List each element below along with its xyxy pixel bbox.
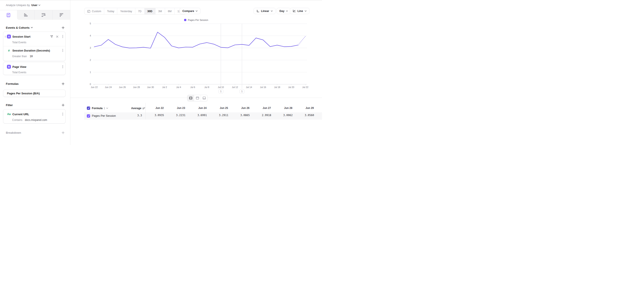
chevron-down-icon	[31, 27, 33, 28]
kebab-menu-icon[interactable]	[61, 35, 65, 39]
table-col-header[interactable]: Jun 29	[299, 107, 320, 110]
table-col-header[interactable]: Jun 23	[170, 107, 192, 110]
row-average-value: 3.3	[101, 114, 142, 117]
y-tick-label: 3	[90, 47, 91, 49]
card-divider	[3, 46, 65, 46]
kebab-menu-icon[interactable]	[61, 65, 65, 69]
event-row-session-start[interactable]: A Session Start	[3, 34, 65, 40]
events-cohorts-title: Events & Cohorts	[6, 26, 30, 29]
property-value[interactable]: 10	[30, 55, 32, 58]
string-property-icon: Aa	[7, 113, 11, 116]
kebab-menu-icon[interactable]	[61, 112, 65, 116]
chevron-down-icon	[38, 5, 40, 6]
table-cell-value: 3.2231	[170, 114, 192, 117]
series-line	[94, 32, 298, 48]
event-measure[interactable]: Total Events	[12, 41, 63, 44]
x-tick-label: Jun 30	[147, 86, 154, 89]
tab-retention[interactable]	[52, 10, 70, 20]
kebab-menu-icon[interactable]	[61, 49, 65, 52]
x-tick-label: Jul 22	[302, 86, 308, 89]
filter-card-current-url: Aa Current URL Contains docs.mixpanel.co…	[3, 109, 66, 123]
tab-flows[interactable]	[34, 10, 52, 20]
table-col-header[interactable]: Jun 26	[235, 107, 256, 110]
filter-row-current-url[interactable]: Aa Current URL	[3, 111, 65, 117]
analyze-by-bar: Analyze Uniques by User	[0, 0, 70, 10]
drag-handle-icon[interactable]	[4, 36, 6, 38]
x-tick-label: Jul 20	[288, 86, 294, 89]
property-name[interactable]: Session Duration (Seconds)	[12, 49, 50, 52]
chart-view-button[interactable]	[194, 95, 201, 101]
x-tick-label: Jul 14	[246, 86, 252, 89]
event-name[interactable]: Session Start	[12, 35, 30, 38]
split-view-button[interactable]	[188, 95, 194, 101]
retention-icon	[59, 13, 64, 17]
numeric-property-icon: #	[7, 49, 11, 52]
property-operator[interactable]: Greater than	[12, 55, 27, 58]
filter-header: Filter	[6, 103, 64, 107]
table-cell-value: 2.9918	[256, 114, 278, 117]
tab-insights[interactable]	[0, 10, 17, 20]
table-cell-value: 3.0062	[278, 114, 299, 117]
table-col-header[interactable]: Jun 27	[256, 107, 278, 110]
insights-report-page: Analyze Uniques by User	[0, 0, 322, 145]
filter-property-name[interactable]: Current URL	[12, 113, 29, 116]
filter-operator[interactable]: Contains	[12, 119, 22, 122]
average-header-label: Average	[131, 107, 141, 110]
tab-funnels[interactable]	[17, 10, 34, 20]
add-event-button[interactable]	[62, 26, 64, 29]
table-cell-value: 3.0865	[235, 114, 256, 117]
event-measure-label: Total Events	[12, 71, 26, 74]
y-tick-label: 0	[90, 83, 91, 85]
table-cell-value: 3.0560	[299, 114, 320, 117]
x-tick-label: Jun 24	[105, 86, 112, 89]
event-measure-label: Total Events	[12, 41, 26, 44]
row-checkbox[interactable]	[87, 114, 90, 118]
table-column-separator	[145, 103, 146, 119]
annotation-badge-label: 1	[220, 90, 222, 93]
filter-title: Filter	[6, 104, 13, 107]
report-type-tabs	[0, 10, 70, 20]
x-tick-label: Jul 12	[232, 86, 238, 89]
x-tick-label: Jul 18	[274, 86, 280, 89]
select-all-checkbox[interactable]	[87, 107, 90, 110]
table-col-header[interactable]: Jun 22	[149, 107, 170, 110]
event-row-page-view[interactable]: B Page View	[3, 64, 65, 70]
flows-icon	[41, 13, 46, 17]
event-measure[interactable]: Total Events	[12, 70, 63, 74]
series-line-projected	[298, 36, 305, 45]
formula-name: Pages Per Session (B/A)	[7, 92, 40, 95]
x-tick-label: Jun 22	[91, 86, 98, 89]
line-chart[interactable]: 012345Jun 22Jun 24Jun 26Jun 28Jun 30Jul …	[70, 0, 322, 102]
analyze-by-value[interactable]: User	[31, 4, 37, 7]
table-cell-value: 3.0935	[149, 114, 170, 117]
view-layout-toggle	[187, 95, 208, 101]
table-view-button[interactable]	[201, 95, 207, 101]
x-tick-label: Jul 16	[260, 86, 266, 89]
events-cohorts-title-wrap[interactable]: Events & Cohorts	[6, 26, 33, 29]
add-breakdown-button[interactable]	[62, 131, 64, 134]
breakdown-title: Breakdown	[6, 131, 21, 134]
table-col-header[interactable]: Jun 24	[192, 107, 213, 110]
bar-chart-icon	[24, 13, 28, 17]
table-col-header[interactable]: Jun 25	[213, 107, 235, 110]
event-card-session-start: A Session Start Total Events # Session D…	[3, 32, 66, 61]
filter-funnel-icon[interactable]	[50, 35, 54, 39]
formula-card[interactable]: Pages Per Session (B/A)	[3, 90, 66, 97]
y-tick-label: 1	[90, 71, 91, 74]
formulas-header: Formulas	[6, 82, 64, 86]
property-condition: Greater than 10	[12, 54, 63, 58]
add-formula-button[interactable]	[62, 82, 64, 85]
event-name[interactable]: Page View	[12, 65, 26, 69]
add-filter-button[interactable]	[62, 104, 64, 107]
property-row-session-duration[interactable]: # Session Duration (Seconds)	[3, 48, 65, 53]
query-builder-sidebar: Analyze Uniques by User	[0, 0, 70, 145]
table-col-header[interactable]: Jun 28	[278, 107, 299, 110]
average-column-header[interactable]: Average	[101, 107, 145, 110]
filter-value[interactable]: docs.mixpanel.com	[25, 119, 47, 122]
x-tick-label: Jul 10	[218, 86, 224, 89]
event-card-page-view: B Page View Total Events	[3, 62, 66, 75]
x-tick-label: Jun 26	[119, 86, 126, 89]
x-tick-label: Jun 28	[133, 86, 140, 89]
close-icon[interactable]	[55, 35, 59, 39]
report-main-area: CustomTodayYesterday7D30D3M6M12M Compare…	[70, 0, 322, 145]
